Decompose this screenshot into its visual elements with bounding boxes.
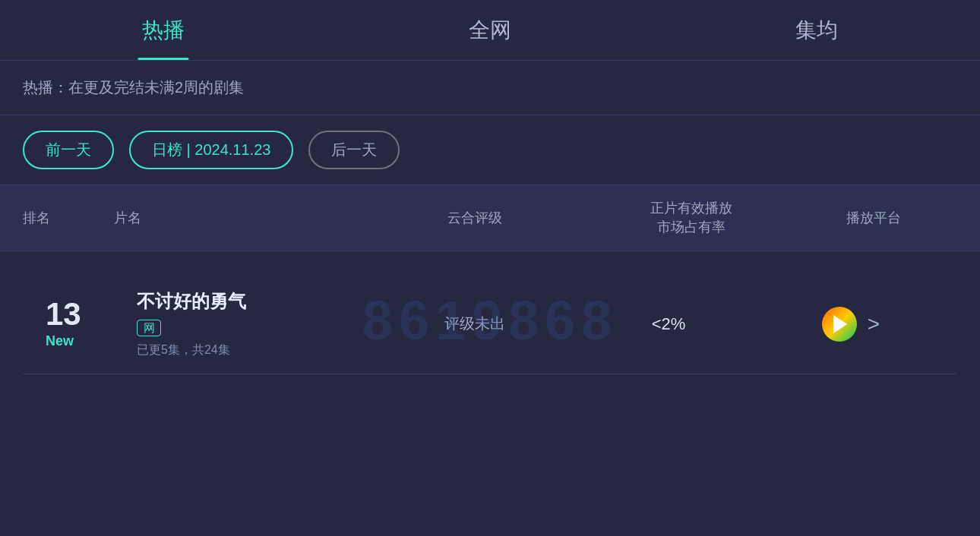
rating-col: 评级未出 — [380, 314, 570, 334]
table-header: 排名 片名 云合评级 正片有效播放 市场占有率 播放平台 — [0, 185, 980, 251]
description-text: 热播：在更及完结未满2周的剧集 — [23, 79, 244, 96]
drama-title: 不讨好的勇气 — [137, 289, 380, 314]
rank-badge: New — [46, 333, 74, 349]
prev-day-button[interactable]: 前一天 — [23, 131, 114, 169]
date-button[interactable]: 日榜 | 2024.11.23 — [129, 131, 293, 169]
episode-info: 已更5集，共24集 — [137, 342, 380, 358]
rating-text: 评级未出 — [444, 314, 505, 334]
tab-hot[interactable]: 热播 — [127, 0, 200, 60]
title-col: 不讨好的勇气 网 已更5集，共24集 — [137, 289, 380, 358]
col-platform: 播放平台 — [790, 199, 957, 237]
col-title: 片名 — [114, 199, 357, 237]
next-day-button[interactable]: 后一天 — [308, 131, 400, 169]
market-col: <2% — [570, 314, 767, 334]
description-bar: 热播：在更及完结未满2周的剧集 — [0, 61, 980, 115]
rank-col: 13 New — [46, 298, 137, 349]
rank-number: 13 — [46, 298, 81, 330]
tab-all[interactable]: 全网 — [454, 0, 526, 60]
col-rank: 排名 — [23, 199, 114, 237]
platform-col: > — [767, 307, 934, 342]
platform-tag: 网 — [137, 320, 161, 336]
navigation-row: 前一天 日榜 | 2024.11.23 后一天 — [0, 115, 980, 185]
table-row: 13 New 不讨好的勇气 网 已更5集，共24集 评级未出 <2% > — [23, 274, 957, 374]
tab-bar: 热播 全网 集均 — [0, 0, 980, 61]
detail-arrow[interactable]: > — [868, 312, 880, 336]
col-market: 正片有效播放 市场占有率 — [593, 199, 790, 237]
col-rating: 云合评级 — [357, 199, 593, 237]
youku-icon — [822, 307, 857, 342]
market-share: <2% — [652, 314, 686, 334]
table-body: 8619868 13 New 不讨好的勇气 网 已更5集，共24集 评级未出 <… — [0, 251, 980, 389]
tab-avg[interactable]: 集均 — [780, 0, 853, 60]
